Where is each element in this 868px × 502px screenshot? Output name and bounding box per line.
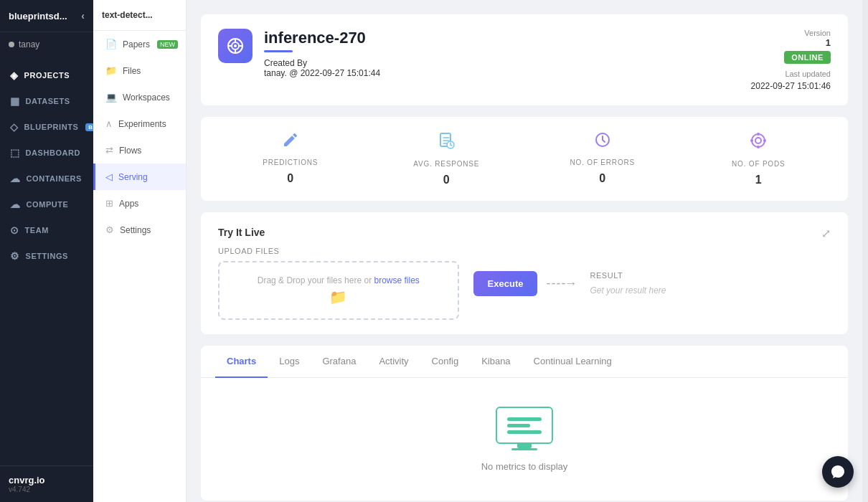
tabs-card: Charts Logs Grafana Activity Config Kiba…	[201, 346, 848, 501]
sidebar-label-datasets: DATASETS	[26, 97, 70, 105]
secondary-nav-settings[interactable]: ⚙ Settings	[93, 217, 186, 243]
pods-icon	[749, 131, 768, 154]
upload-label: Upload files	[218, 247, 459, 255]
sidebar-item-settings[interactable]: ⚙ SETTINGS	[0, 243, 93, 269]
secondary-nav-files[interactable]: 📁 Files	[93, 57, 186, 84]
upload-section: Upload files Drag & Drop your files here…	[218, 247, 459, 320]
svg-point-14	[750, 139, 753, 142]
username: tanay	[19, 39, 39, 49]
sidebar-item-containers[interactable]: ☁ CONTAINERS	[0, 166, 93, 191]
apps-label: Apps	[119, 199, 138, 209]
monitor-line-2	[507, 424, 530, 427]
sidebar-label-blueprints: BLUEPRINTS	[24, 123, 79, 131]
papers-icon: 📄	[105, 39, 117, 49]
team-icon: ⊙	[10, 224, 19, 236]
sidebar-item-dashboard[interactable]: ⬚ DASHBOARD	[0, 140, 93, 166]
browse-link[interactable]: browse files	[374, 275, 419, 285]
tab-config[interactable]: Config	[420, 346, 471, 378]
svg-point-2	[234, 44, 237, 47]
secondary-nav-papers[interactable]: 📄 Papers NEW	[93, 31, 186, 57]
workspaces-label: Workspaces	[123, 93, 170, 103]
sidebar-user: tanay	[0, 32, 93, 57]
sidebar-item-datasets[interactable]: ▦ DATASETS	[0, 88, 93, 114]
folder-icon: 📁	[329, 288, 347, 306]
tab-logs[interactable]: Logs	[268, 346, 311, 378]
experiments-icon: ∧	[105, 118, 113, 129]
version-value: 1	[804, 37, 831, 48]
avg-response-value: 0	[443, 174, 450, 186]
sidebar-label-containers: CONTAINERS	[27, 174, 82, 183]
no-metrics-text: No metrics to display	[481, 461, 568, 472]
app-meta: Created By tanay. @ 2022-09-27 15:01:44	[264, 58, 740, 78]
scrollbar[interactable]	[862, 0, 868, 502]
sidebar-item-blueprints[interactable]: ◇ BLUEPRINTS BETA	[0, 114, 93, 140]
tab-grafana[interactable]: Grafana	[311, 346, 367, 378]
secondary-nav-flows[interactable]: ⇄ Flows	[93, 137, 186, 164]
chat-button[interactable]	[822, 456, 854, 488]
collapse-icon[interactable]: ‹	[81, 10, 85, 22]
sidebar-item-team[interactable]: ⊙ TEAM	[0, 217, 93, 243]
monitor-base	[511, 448, 537, 450]
workspaces-icon: 💻	[105, 92, 117, 103]
flows-icon: ⇄	[105, 145, 113, 156]
app-icon	[218, 29, 253, 63]
version-label: Version	[804, 29, 831, 37]
created-by-label: Created By	[264, 58, 307, 68]
files-label: Files	[123, 66, 141, 76]
arrow-icon: - - - -→	[546, 276, 575, 291]
blueprints-icon: ◇	[10, 121, 19, 133]
header-card: inference-270 Created By tanay. @ 2022-0…	[201, 14, 848, 105]
predictions-icon	[282, 131, 299, 153]
tabs-body: No metrics to display	[201, 378, 848, 501]
app-title: inference-270	[264, 29, 740, 47]
nav-settings-icon: ⚙	[105, 224, 114, 235]
expand-icon[interactable]: ⤢	[821, 227, 831, 240]
upload-area[interactable]: Drag & Drop your files here or browse fi…	[218, 261, 459, 320]
svg-point-13	[757, 146, 760, 148]
svg-point-12	[757, 133, 760, 136]
result-placeholder: Get your result here	[590, 285, 831, 295]
secondary-nav-experiments[interactable]: ∧ Experiments	[93, 110, 186, 137]
no-metrics-illustration	[496, 407, 553, 450]
nav-settings-label: Settings	[120, 225, 151, 235]
experiments-label: Experiments	[118, 119, 166, 129]
tab-continual-learning[interactable]: Continual Learning	[522, 346, 623, 378]
predictions-value: 0	[287, 172, 293, 185]
secondary-nav-workspaces[interactable]: 💻 Workspaces	[93, 84, 186, 110]
brand-name: cnvrg.io	[9, 475, 85, 486]
secondary-nav-apps[interactable]: ⊞ Apps	[93, 190, 186, 217]
pods-value: 1	[755, 174, 762, 186]
header-info: inference-270 Created By tanay. @ 2022-0…	[264, 29, 740, 78]
flows-label: Flows	[119, 146, 141, 156]
tabs-header: Charts Logs Grafana Activity Config Kiba…	[201, 346, 848, 378]
try-it-live-card: Try It Live ⤢ Upload files Drag & Drop y…	[201, 212, 848, 334]
sidebar-item-compute[interactable]: ☁ CoMPUTe	[0, 191, 93, 217]
execute-button[interactable]: Execute	[473, 271, 538, 296]
sidebar-item-projects[interactable]: ◈ PROJECTS	[0, 62, 93, 88]
tab-activity[interactable]: Activity	[367, 346, 420, 378]
svg-point-10	[752, 134, 765, 147]
errors-icon	[594, 131, 611, 153]
sidebar-logo[interactable]: blueprintsd... ‹	[0, 0, 93, 32]
dashboard-icon: ⬚	[10, 147, 20, 158]
monitor-line-1	[507, 417, 542, 421]
serving-label: Serving	[118, 172, 148, 182]
stats-card: PREDICTIONS 0 AVG. RESPONSE 0	[201, 117, 848, 201]
created-by-user: tanay.	[264, 68, 287, 78]
user-status-dot	[9, 42, 14, 47]
tab-charts[interactable]: Charts	[215, 346, 268, 378]
version-section: Version 1	[804, 29, 831, 48]
header-right: Version 1 ONLINE Last updated 2022-09-27…	[751, 29, 831, 91]
drag-drop-text: Drag & Drop your files here or browse fi…	[258, 275, 420, 285]
secondary-nav-serving[interactable]: ◁ Serving	[93, 164, 186, 190]
datasets-icon: ▦	[10, 95, 20, 107]
errors-label: NO. OF ERRORS	[570, 158, 635, 166]
serving-icon: ◁	[105, 171, 113, 182]
stat-avg-response: AVG. RESPONSE 0	[374, 131, 519, 186]
tab-kibana[interactable]: Kibana	[470, 346, 522, 378]
apps-icon: ⊞	[105, 198, 113, 209]
result-section: Result Get your result here	[590, 271, 831, 295]
main-content: inference-270 Created By tanay. @ 2022-0…	[187, 0, 862, 502]
papers-label: Papers	[123, 39, 150, 49]
stat-predictions: PREDICTIONS 0	[218, 131, 363, 186]
